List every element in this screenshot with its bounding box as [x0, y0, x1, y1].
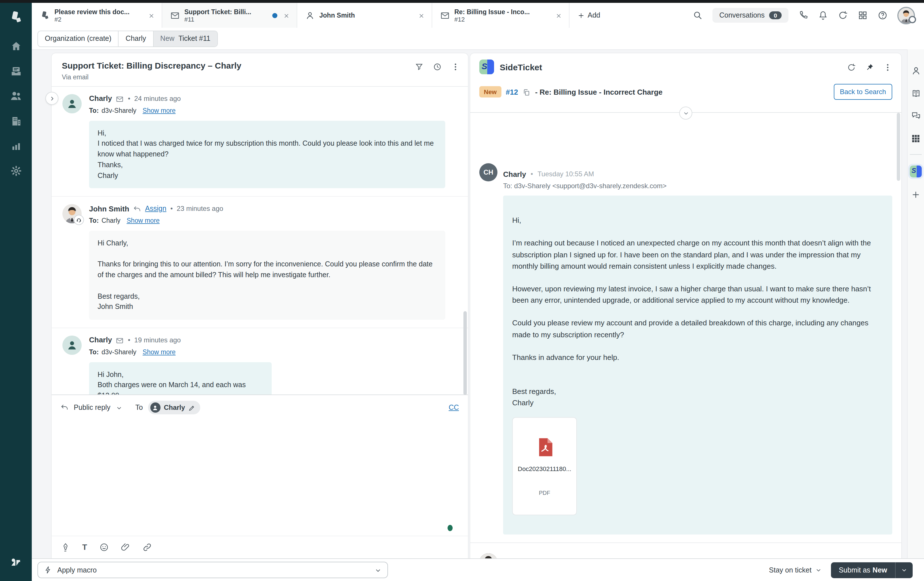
chevron-down-icon[interactable] — [679, 107, 692, 120]
phone-icon[interactable] — [798, 10, 808, 21]
tab-ticket-11[interactable]: Support Ticket: Billi...#11 — [162, 3, 297, 28]
pin-icon[interactable] — [865, 62, 874, 72]
lightning-icon — [44, 566, 52, 574]
message-timestamp[interactable]: 23 minutes ago — [177, 205, 223, 212]
reply-type-selector[interactable]: Public reply — [74, 403, 111, 411]
sidebar-item-views[interactable] — [5, 59, 27, 82]
status-badge: New — [479, 86, 501, 97]
close-icon[interactable] — [417, 9, 426, 21]
context-panel-rail: S — [907, 49, 924, 559]
kebab-menu-icon[interactable] — [451, 61, 460, 71]
sidebar-item-reporting[interactable] — [5, 134, 27, 157]
sideticket-app-icon: S — [479, 59, 494, 74]
customer-context-icon[interactable] — [911, 65, 921, 76]
submit-options-caret[interactable] — [896, 562, 912, 578]
add-tab-button[interactable]: Add — [569, 3, 608, 28]
assign-link[interactable]: Assign — [145, 205, 167, 212]
zendesk-z-logo-icon[interactable] — [5, 551, 27, 574]
chevron-down-icon — [375, 566, 382, 574]
sideticket-rail-icon[interactable]: S — [910, 165, 922, 177]
unread-dot — [272, 13, 277, 18]
submit-label: Submit as — [839, 566, 870, 574]
filter-icon[interactable] — [415, 61, 424, 71]
sidebar-item-customers[interactable] — [5, 84, 27, 107]
knowledge-icon[interactable] — [911, 88, 921, 99]
agent-headset-icon — [74, 215, 84, 225]
sidebar-item-admin[interactable] — [5, 159, 27, 182]
refresh-icon[interactable] — [847, 62, 856, 72]
scrollbar-thumb[interactable] — [464, 311, 467, 395]
chevron-down-icon — [815, 566, 822, 573]
show-more-link[interactable]: Show more — [143, 348, 176, 355]
breadcrumb-organization[interactable]: Organization (create) — [38, 31, 119, 46]
recipient-pill[interactable]: Charly — [148, 401, 201, 414]
avatar[interactable] — [479, 553, 497, 559]
message-body: Hi, I noticed that I was charged twice f… — [89, 120, 445, 188]
zendesk-logo-icon — [8, 10, 23, 25]
search-icon[interactable] — [693, 10, 703, 21]
rail-divider — [910, 154, 922, 155]
zendesk-agent-workspace: Please review this doc...#2 Support Tick… — [0, 0, 924, 581]
message-author[interactable]: Charly — [89, 94, 112, 103]
resize-status-dot — [447, 525, 453, 531]
dot-separator: • — [128, 95, 130, 103]
refresh-icon[interactable] — [838, 10, 848, 21]
breadcrumb-requester[interactable]: Charly — [119, 31, 153, 46]
tab-ticket-12[interactable]: Re: Billing Issue - Inco...#12 — [432, 3, 569, 28]
stay-on-ticket-selector[interactable]: Stay on ticket — [769, 566, 822, 574]
user-status-indicator — [909, 16, 916, 23]
window-top-strip — [0, 0, 924, 3]
conversations-button[interactable]: Conversations 0 — [713, 8, 789, 23]
show-more-link[interactable]: Show more — [127, 217, 160, 224]
chevron-down-icon[interactable] — [116, 403, 122, 411]
sidebar-item-organizations[interactable] — [5, 109, 27, 132]
attachment-card[interactable]: Doc20230211180... PDF — [512, 417, 577, 515]
emoji-icon[interactable] — [99, 541, 109, 552]
cc-link[interactable]: CC — [449, 403, 459, 411]
interactions-icon[interactable] — [911, 110, 921, 121]
reply-text-area[interactable] — [52, 420, 468, 535]
apply-macro-combobox[interactable]: Apply macro — [38, 562, 388, 578]
kebab-menu-icon[interactable] — [883, 62, 892, 72]
avatar[interactable] — [63, 94, 82, 114]
message-timestamp[interactable]: 24 minutes ago — [134, 95, 181, 103]
close-icon[interactable] — [282, 9, 291, 21]
tab-title: Re: Billing Issue - Inco... — [454, 8, 549, 15]
sidebar-item-home[interactable] — [5, 35, 27, 57]
message-author[interactable]: John Smith — [89, 204, 129, 213]
scrollbar-thumb[interactable] — [897, 113, 900, 181]
help-icon[interactable] — [878, 10, 888, 21]
apps-grid-icon[interactable] — [858, 10, 868, 21]
person-icon — [305, 10, 315, 21]
email-icon — [170, 10, 180, 21]
text-format-icon[interactable]: T — [82, 543, 87, 551]
macro-pen-icon[interactable] — [61, 541, 70, 552]
avatar[interactable] — [63, 204, 82, 224]
reply-arrow-icon — [61, 403, 69, 411]
apps-icon[interactable] — [911, 133, 921, 143]
add-app-icon[interactable] — [911, 189, 921, 199]
submit-as-new-button[interactable]: Submit as New — [831, 562, 896, 578]
ticket-conversation-panel: Support Ticket: Billing Discrepancy – Ch… — [51, 53, 469, 559]
collapse-panel-button[interactable] — [45, 92, 58, 105]
attach-file-icon[interactable] — [120, 541, 130, 552]
notifications-bell-icon[interactable] — [818, 10, 828, 21]
tab-document[interactable]: Please review this doc...#2 — [32, 3, 162, 28]
close-icon[interactable] — [147, 9, 156, 21]
sideticket-conversation: CH Charly • Tuesday 10:55 AM To: d3v-Sha… — [470, 153, 901, 559]
message-timestamp[interactable]: 19 minutes ago — [134, 336, 181, 344]
copy-icon[interactable] — [523, 87, 531, 97]
ticket-channel: Via email — [62, 74, 458, 81]
tab-user-john-smith[interactable]: John Smith — [297, 3, 432, 28]
ticket-id-link[interactable]: #12 — [506, 87, 518, 96]
close-icon[interactable] — [554, 9, 563, 21]
events-history-icon[interactable] — [433, 61, 442, 71]
insert-link-icon[interactable] — [142, 541, 152, 552]
breadcrumb-ticket[interactable]: New Ticket #11 — [153, 31, 217, 46]
back-to-search-button[interactable]: Back to Search — [833, 84, 892, 100]
message-item: CH Charly • Tuesday 10:55 AM To: d3v-Sha… — [470, 153, 901, 534]
message-author[interactable]: Charly — [89, 336, 112, 344]
avatar[interactable]: CH — [479, 163, 497, 181]
show-more-link[interactable]: Show more — [143, 107, 176, 114]
avatar[interactable] — [63, 336, 82, 355]
